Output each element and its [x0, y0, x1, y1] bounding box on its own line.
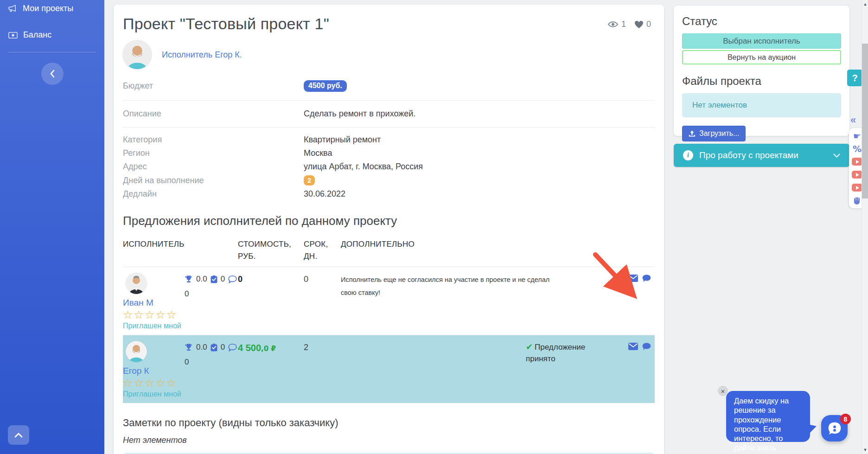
- comments-count: 0: [185, 289, 238, 299]
- rating-stars: ☆☆☆☆☆: [123, 377, 185, 389]
- scrollbar-thumb[interactable]: [862, 44, 868, 198]
- address-value: улица Арбат, г. Москва, Россия: [304, 162, 655, 172]
- scroll-up-arrow[interactable]: ▲: [862, 2, 868, 6]
- chat-bubble-icon[interactable]: [642, 343, 651, 398]
- upload-label: Загрузить...: [699, 129, 739, 138]
- performer-avatar[interactable]: [123, 40, 152, 69]
- unread-badge: 8: [840, 414, 851, 424]
- sidebar-item-balance[interactable]: Баланс: [0, 26, 104, 45]
- budget-label: Бюджет: [123, 81, 304, 91]
- col-extra: ДОПОЛНИТЕЛЬНО: [341, 238, 622, 262]
- proposals-table-header: ИСПОЛНИТЕЛЬ СТОИМОСТЬ,РУБ. СРОК,ДН. ДОПО…: [123, 238, 655, 267]
- current-status-button[interactable]: Выбран исполнитель: [682, 33, 841, 49]
- divider: [123, 127, 655, 128]
- days-row: Дней на выполнение 2: [123, 173, 655, 187]
- notes-empty-label: Нет элементов: [123, 435, 655, 445]
- sidebar-item-my-projects[interactable]: Мои проекты: [0, 0, 104, 18]
- region-value: Москва: [304, 148, 655, 158]
- region-label: Регион: [123, 148, 304, 158]
- category-row: Категория Квартирный ремонт: [123, 133, 655, 147]
- eye-icon: [607, 20, 619, 28]
- views-counter: 1: [607, 19, 626, 29]
- budget-row: Бюджет 4500 руб.: [123, 77, 655, 95]
- youtube-icon[interactable]: [852, 170, 863, 179]
- chat-bubble-icon: [827, 421, 842, 436]
- left-sidebar: Мои проекты Баланс: [0, 0, 104, 454]
- term-cell: 2: [304, 341, 341, 398]
- chevron-up-icon: [14, 433, 23, 438]
- term-cell: 0: [304, 273, 341, 330]
- performer-avatar[interactable]: [126, 341, 147, 362]
- performer-link[interactable]: Исполнитель Егор К.: [162, 50, 242, 60]
- region-row: Регион Москва: [123, 147, 655, 160]
- accordion-label: Про работу с проектами: [699, 150, 798, 160]
- likes-counter[interactable]: 0: [634, 19, 651, 29]
- check-icon: ✔: [526, 342, 533, 352]
- scroll-down-arrow[interactable]: ▼: [862, 448, 868, 452]
- performer-avatar[interactable]: [126, 273, 147, 294]
- help-button[interactable]: ?: [847, 70, 862, 86]
- heart-icon: [634, 20, 644, 29]
- done-count: 0: [221, 275, 225, 284]
- status-title: Статус: [682, 15, 841, 28]
- performer-cell: Егор К ☆☆☆☆☆ Приглашен мной: [123, 341, 185, 398]
- extra-cell: ✔Предложение принято: [341, 341, 622, 398]
- comments-count: 0: [185, 358, 238, 367]
- clipboard-check-icon: [211, 344, 217, 352]
- trophy-icon: [185, 275, 193, 283]
- invited-by-me-label: Приглашен мной: [123, 390, 185, 398]
- files-empty-box: Нет элементов: [682, 93, 841, 117]
- upload-button[interactable]: Загрузить...: [682, 126, 746, 141]
- performer-name-link[interactable]: Егор К: [123, 366, 185, 376]
- proposals-section-title: Предложения исполнителей по данному прое…: [123, 214, 655, 228]
- col-cost: СТОИМОСТЬ,РУБ.: [238, 238, 304, 262]
- edge-collapse-icon[interactable]: «: [850, 114, 856, 126]
- views-count: 1: [621, 19, 626, 29]
- chevron-left-icon: [50, 70, 55, 78]
- rating-value: 0.0: [196, 343, 207, 352]
- youtube-icon[interactable]: [852, 157, 863, 166]
- bid-amount-fraction: ,0 ₽: [261, 345, 276, 353]
- address-label: Адрес: [123, 162, 304, 172]
- sidebar-item-label: Баланс: [23, 30, 51, 40]
- address-row: Адрес улица Арбат, г. Москва, Россия: [123, 160, 655, 173]
- description-value: Сделать ремонт в прихожей.: [304, 109, 655, 119]
- pointer-hand-icon[interactable]: ☛: [852, 131, 863, 141]
- cost-cell: 4 500,0 ₽: [238, 341, 304, 398]
- deadline-value: 30.06.2022: [304, 189, 655, 199]
- close-icon[interactable]: ×: [718, 386, 728, 396]
- chat-bubble-icon[interactable]: [642, 275, 651, 330]
- hand-palm-icon[interactable]: [852, 196, 863, 205]
- about-projects-accordion[interactable]: i Про работу с проектами: [674, 144, 849, 167]
- likes-count: 0: [646, 19, 651, 29]
- return-to-auction-button[interactable]: Вернуть на аукцион: [682, 50, 841, 64]
- col-performer: ИСПОЛНИТЕЛЬ: [123, 238, 238, 262]
- description-row: Описание Сделать ремонт в прихожей.: [123, 106, 655, 121]
- row-actions: [622, 341, 655, 398]
- performer-name-link[interactable]: Иван М: [123, 298, 185, 308]
- cost-cell: 0: [238, 273, 304, 330]
- trophy-icon: [185, 343, 193, 352]
- performer-stats: 0.0 0 0: [185, 341, 238, 398]
- proposal-row-ivan: Иван М ☆☆☆☆☆ Приглашен мной 0.0 0: [123, 267, 655, 335]
- percent-icon[interactable]: %: [852, 144, 863, 153]
- status-panel: Статус Выбран исполнитель Вернуть на аук…: [674, 6, 849, 136]
- envelope-icon[interactable]: [628, 275, 638, 330]
- done-count: 0: [221, 343, 225, 352]
- sidebar-collapse-button[interactable]: [41, 63, 64, 85]
- envelope-icon[interactable]: [628, 343, 638, 398]
- col-term: СРОК,ДН.: [304, 238, 341, 262]
- youtube-icon[interactable]: [852, 183, 863, 192]
- rating-stars: ☆☆☆☆☆: [123, 309, 185, 320]
- project-card: Проект "Тестовый проект 1" 1 0: [114, 5, 664, 454]
- page-title: Проект "Тестовый проект 1": [123, 15, 329, 33]
- info-icon: i: [683, 150, 693, 160]
- chat-promo-tooltip: Даем скидку на решение за прохождение оп…: [726, 391, 810, 442]
- banknote-icon: [8, 32, 18, 38]
- days-badge: 2: [304, 175, 315, 185]
- bid-amount: 4 500: [238, 343, 261, 353]
- extra-cell: Исполнитель еще не согласился на участие…: [341, 273, 554, 330]
- scroll-to-top-button[interactable]: [8, 425, 29, 445]
- proposal-accepted-status: ✔Предложение принято: [526, 341, 595, 398]
- category-label: Категория: [123, 135, 304, 145]
